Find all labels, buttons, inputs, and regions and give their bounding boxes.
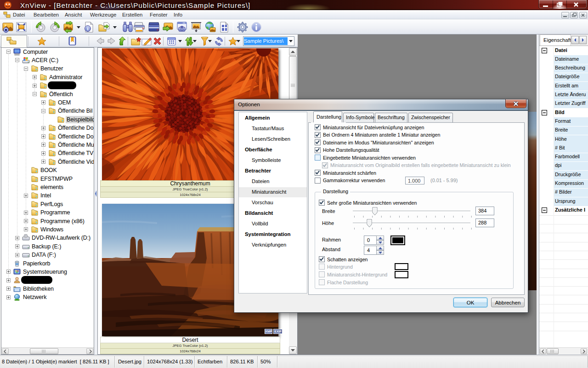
svg-text:i: i [87, 26, 88, 31]
